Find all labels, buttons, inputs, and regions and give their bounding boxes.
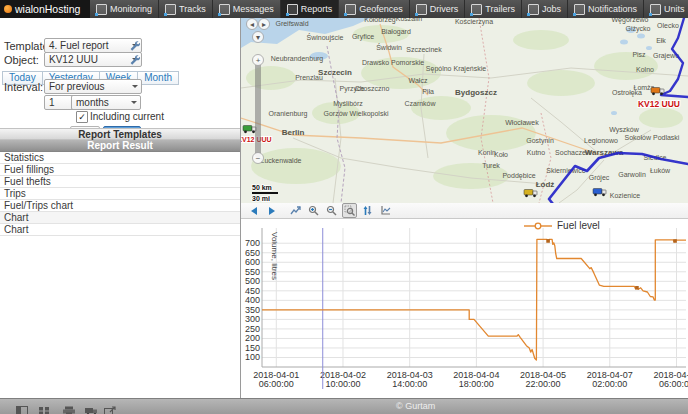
truck-marker-green[interactable] — [243, 126, 256, 134]
reports-panel: Template: 4. Fuel report Object: KV12 UU… — [0, 18, 241, 398]
trailers-icon — [471, 4, 482, 15]
left-arrow-icon — [251, 207, 257, 215]
map-city-label: Turek — [482, 162, 500, 169]
unit-marker-kv12[interactable] — [651, 88, 664, 96]
tab-trailers[interactable]: Trailers — [465, 0, 522, 18]
y-tick-label: 650 — [245, 248, 260, 258]
map-city-label: Pisz — [632, 51, 646, 58]
map-city-label: Koszalin — [396, 18, 423, 22]
map-city-label: Ostrołęka — [612, 89, 642, 97]
tab-label: Jobs — [542, 4, 561, 14]
x-tick-time: 02:00:00 — [592, 379, 627, 389]
print-icon[interactable] — [62, 402, 74, 412]
chart-axes-icon[interactable] — [378, 203, 393, 218]
tab-messages[interactable]: Messages — [213, 0, 281, 18]
map-city-label: Sępólno Krajeńskie — [426, 65, 486, 73]
interval-unit-select[interactable]: months — [71, 95, 141, 110]
drivers-icon — [416, 4, 427, 15]
report-result-row[interactable]: Trips — [0, 188, 240, 200]
object-settings-icon[interactable] — [128, 52, 141, 65]
x-tick-time: 14:00:00 — [392, 379, 427, 389]
map-city-label: Sokołów Podlaski — [625, 134, 680, 141]
report-result-row[interactable]: Statistics — [0, 152, 240, 164]
tab-notifications[interactable]: Notifications — [568, 0, 644, 18]
map-pan-left-icon[interactable]: ◂ — [247, 19, 258, 30]
zoom-area-icon[interactable] — [342, 203, 357, 218]
map-city-label: Piła — [422, 88, 434, 95]
svg-text:▸: ▸ — [262, 20, 266, 29]
zoom-out-icon[interactable] — [324, 203, 339, 218]
chart-fit-icon[interactable] — [288, 203, 303, 218]
map-city-label: Grójec — [589, 174, 610, 182]
y-tick-label: 200 — [245, 333, 260, 343]
tab-tracks[interactable]: Tracks — [159, 0, 213, 18]
lake — [646, 46, 652, 50]
panel-toggle-icon[interactable] — [16, 402, 28, 412]
map-pan-right-icon[interactable]: ▸ — [259, 19, 270, 30]
map-city-label: Łuków — [650, 167, 671, 174]
map-zoom-in-icon[interactable]: + — [253, 55, 264, 66]
map-canvas[interactable]: GreifswaldNeubrandenburgPrenzlauOranienb… — [241, 18, 688, 203]
wialon-app: wialonHosting MonitoringTracksMessagesRe… — [0, 0, 688, 414]
y-tick-label: 600 — [245, 257, 260, 267]
export-icon[interactable] — [104, 402, 116, 412]
report-result-row[interactable]: Chart — [0, 212, 240, 224]
chart-pan-icon[interactable] — [360, 203, 375, 218]
topbar-tabs: MonitoringTracksMessagesReportsGeofences… — [90, 0, 688, 18]
report-templates-header[interactable]: Report Templates — [0, 128, 240, 140]
including-current-checkbox[interactable]: ✓ — [76, 111, 88, 123]
map-city-label: Berlin — [282, 128, 305, 137]
truck-marker-yellow[interactable] — [524, 190, 537, 198]
tab-geofences[interactable]: Geofences — [339, 0, 410, 18]
legend-marker-icon — [535, 223, 541, 229]
units-icon — [650, 4, 661, 15]
including-current-label: Including current — [90, 111, 164, 122]
y-tick-label: 550 — [245, 267, 260, 277]
truck-marker-blue[interactable] — [593, 189, 606, 197]
y-tick-label: 250 — [245, 324, 260, 334]
y-tick-label: 400 — [245, 295, 260, 305]
map-pan-down-icon[interactable]: ▾ — [253, 32, 264, 43]
report-result-row[interactable]: Chart — [0, 224, 240, 236]
app-logo[interactable]: wialonHosting — [0, 0, 90, 18]
zoom-in-icon[interactable] — [306, 203, 321, 218]
map-city-label: Łódź — [536, 180, 555, 189]
object-select-value: KV12 UUU — [49, 54, 98, 65]
y-tick-label: 100 — [245, 352, 260, 362]
y-tick-label: 450 — [245, 286, 260, 296]
quick-tab-month[interactable]: Month — [137, 71, 179, 85]
map-city-label: Gostynin — [526, 137, 554, 145]
svg-text:▾: ▾ — [256, 33, 260, 42]
tab-reports[interactable]: Reports — [281, 0, 340, 18]
report-result-header[interactable]: Report Result — [0, 140, 240, 152]
status-bar: © Gurtam — [0, 398, 688, 414]
forest-area — [513, 30, 569, 50]
tab-units[interactable]: Units — [644, 0, 688, 18]
map-container: GreifswaldNeubrandenburgPrenzlauOranienb… — [241, 18, 688, 203]
template-settings-icon[interactable] — [128, 38, 141, 51]
map-scale-bar — [252, 192, 278, 194]
map-zoom-out-icon[interactable]: − — [253, 153, 264, 164]
lake — [611, 111, 617, 115]
report-result-row[interactable]: Fuel thefts — [0, 176, 240, 188]
fuel-level-chart[interactable]: 100150200250300350400450500550600650700V… — [241, 219, 688, 398]
tab-monitoring[interactable]: Monitoring — [90, 0, 159, 18]
monitoring-icon — [96, 4, 107, 15]
chart-prev-icon[interactable] — [246, 203, 261, 218]
y-tick-label: 150 — [245, 343, 260, 353]
x-tick-time: 22:00:00 — [526, 379, 561, 389]
map-city-label: Gorzów Wielkopolski — [324, 110, 389, 118]
map-city-label: Choszczno — [355, 85, 390, 92]
interval-type-select[interactable]: For previous — [44, 79, 142, 94]
tab-drivers[interactable]: Drivers — [410, 0, 466, 18]
chart-next-icon[interactable] — [264, 203, 279, 218]
report-result-row[interactable]: Fuel fillings — [0, 164, 240, 176]
map-city-label: Oranienburg — [269, 110, 308, 118]
map-zoom-slider[interactable] — [255, 62, 261, 158]
vehicle-icon[interactable] — [84, 402, 96, 412]
report-result-row[interactable]: Fuel/Trips chart — [0, 200, 240, 212]
tab-label: Monitoring — [110, 4, 152, 14]
map-city-label: Szczecinek — [406, 46, 442, 53]
tab-jobs[interactable]: Jobs — [522, 0, 568, 18]
grid-view-icon[interactable] — [38, 402, 50, 412]
